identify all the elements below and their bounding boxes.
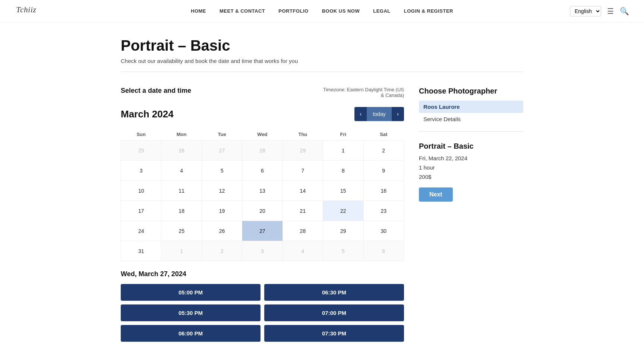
site-header: Tchiiz HOME MEET & CONTACT PORTFOLIO BOO… [0, 0, 644, 22]
service-duration: 1 hour [419, 164, 523, 171]
time-slot-button[interactable]: 05:30 PM [121, 304, 261, 321]
calendar-day[interactable]: 9 [363, 161, 404, 181]
calendar-day[interactable]: 15 [323, 181, 363, 201]
calendar-day[interactable]: 2 [363, 140, 404, 161]
time-slot-button[interactable]: 07:30 PM [264, 325, 404, 342]
page-title: Portrait – Basic [121, 37, 523, 54]
day-header-wed: Wed [242, 129, 282, 140]
nav-home[interactable]: HOME [191, 8, 206, 14]
time-slot-button[interactable]: 06:00 PM [121, 325, 261, 342]
service-info: Portrait – Basic Fri, March 22, 2024 1 h… [419, 140, 523, 202]
page-subtitle: Check out our availability and book the … [121, 58, 523, 64]
calendar-day[interactable]: 29 [323, 221, 363, 241]
service-details-link[interactable]: Service Details [419, 114, 523, 124]
day-header-fri: Fri [323, 129, 363, 140]
day-header-thu: Thu [282, 129, 323, 140]
today-button[interactable]: today [367, 107, 391, 121]
calendar-day[interactable]: 13 [242, 181, 282, 201]
nav-portfolio[interactable]: PORTFOLIO [278, 8, 308, 14]
time-slot-button[interactable]: 05:00 PM [121, 284, 261, 301]
calendar-day[interactable]: 4 [161, 161, 202, 181]
calendar-day[interactable]: 18 [161, 201, 202, 221]
language-select[interactable]: English French [570, 6, 601, 16]
main-content: Portrait – Basic Check out our availabil… [98, 22, 546, 360]
calendar-day[interactable]: 3 [242, 241, 282, 261]
booking-layout: Select a date and time Timezone: Eastern… [121, 87, 523, 342]
calendar-table: Sun Mon Tue Wed Thu Fri Sat 252627282912… [121, 129, 404, 261]
calendar-day[interactable]: 25 [161, 221, 202, 241]
calendar-day[interactable]: 24 [121, 221, 161, 241]
calendar-day[interactable]: 22 [323, 201, 363, 221]
month-nav: March 2024 ‹ today › [121, 107, 404, 121]
calendar-day[interactable]: 12 [202, 181, 242, 201]
calendar-day[interactable]: 10 [121, 181, 161, 201]
calendar-day[interactable]: 2 [202, 241, 242, 261]
section-divider [121, 72, 523, 72]
nav-legal[interactable]: LEGAL [373, 8, 391, 14]
service-date: Fri, March 22, 2024 [419, 155, 523, 161]
calendar-day[interactable]: 1 [161, 241, 202, 261]
calendar-day[interactable]: 23 [363, 201, 404, 221]
service-price: 200$ [419, 174, 523, 180]
time-slot-button[interactable]: 07:00 PM [264, 304, 404, 321]
time-slot-button[interactable]: 06:30 PM [264, 284, 404, 301]
svg-text:Tchiiz: Tchiiz [16, 6, 36, 15]
calendar-day[interactable]: 5 [323, 241, 363, 261]
time-section: Wed, March 27, 2024 05:00 PM06:30 PM05:3… [121, 270, 404, 342]
right-sidebar: Choose Photographer Roos Laurore Service… [419, 87, 523, 202]
photographer-roos[interactable]: Roos Laurore [419, 101, 523, 113]
site-logo[interactable]: Tchiiz [15, 1, 45, 20]
nav-meet[interactable]: MEET & CONTACT [220, 8, 265, 14]
calendar-day[interactable]: 31 [121, 241, 161, 261]
hamburger-icon[interactable]: ☰ [607, 7, 614, 16]
calendar-day[interactable]: 17 [121, 201, 161, 221]
calendar-day[interactable]: 21 [282, 201, 323, 221]
search-icon[interactable]: 🔍 [620, 7, 629, 16]
choose-photographer-title: Choose Photographer [419, 87, 523, 95]
calendar-day[interactable]: 30 [363, 221, 404, 241]
calendar-day[interactable]: 20 [242, 201, 282, 221]
calendar-day[interactable]: 1 [323, 140, 363, 161]
calendar-day[interactable]: 6 [363, 241, 404, 261]
calendar-day[interactable]: 14 [282, 181, 323, 201]
calendar-day[interactable]: 5 [202, 161, 242, 181]
header-right: English French ☰ 🔍 [570, 6, 629, 16]
nav-controls: ‹ today › [354, 107, 404, 121]
calendar-day[interactable]: 28 [242, 140, 282, 161]
calendar-day[interactable]: 7 [282, 161, 323, 181]
day-header-mon: Mon [161, 129, 202, 140]
calendar-day[interactable]: 28 [282, 221, 323, 241]
day-header-sun: Sun [121, 129, 161, 140]
calendar-day[interactable]: 4 [282, 241, 323, 261]
service-name: Portrait – Basic [419, 142, 523, 151]
photographer-box: Choose Photographer Roos Laurore Service… [419, 87, 523, 132]
nav-login[interactable]: LOGIN & REGISTER [404, 8, 453, 14]
prev-month-button[interactable]: ‹ [354, 107, 367, 121]
day-header-sat: Sat [363, 129, 404, 140]
calendar-day[interactable]: 27 [242, 221, 282, 241]
calendar-day[interactable]: 26 [202, 221, 242, 241]
month-title: March 2024 [121, 108, 174, 120]
calendar-day[interactable]: 19 [202, 201, 242, 221]
time-grid: 05:00 PM06:30 PM05:30 PM07:00 PM06:00 PM… [121, 284, 404, 342]
calendar-section: Select a date and time Timezone: Eastern… [121, 87, 404, 342]
select-date-header: Select a date and time Timezone: Eastern… [121, 87, 404, 98]
calendar-day[interactable]: 27 [202, 140, 242, 161]
calendar-day[interactable]: 26 [161, 140, 202, 161]
calendar-day[interactable]: 11 [161, 181, 202, 201]
day-header-tue: Tue [202, 129, 242, 140]
selected-date-label: Wed, March 27, 2024 [121, 270, 404, 278]
nav-book[interactable]: BOOK US NOW [322, 8, 360, 14]
calendar-day[interactable]: 29 [282, 140, 323, 161]
next-month-button[interactable]: › [392, 107, 404, 121]
calendar-day[interactable]: 6 [242, 161, 282, 181]
select-date-title: Select a date and time [121, 87, 191, 95]
calendar-day[interactable]: 8 [323, 161, 363, 181]
calendar-day[interactable]: 3 [121, 161, 161, 181]
calendar-day[interactable]: 16 [363, 181, 404, 201]
timezone-text: Timezone: Eastern Daylight Time (US & Ca… [322, 87, 404, 98]
calendar-day[interactable]: 25 [121, 140, 161, 161]
next-button[interactable]: Next [419, 187, 453, 202]
main-nav: HOME MEET & CONTACT PORTFOLIO BOOK US NO… [191, 8, 453, 14]
